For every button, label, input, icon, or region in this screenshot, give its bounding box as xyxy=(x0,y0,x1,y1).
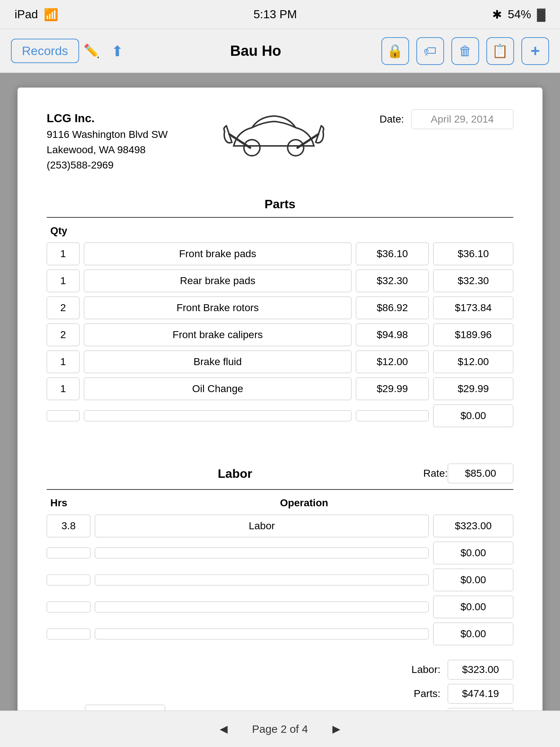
parts-price-1[interactable]: $32.30 xyxy=(356,270,429,292)
car-svg xyxy=(223,109,325,168)
labor-op-2[interactable] xyxy=(95,574,429,585)
tag-button[interactable]: 🏷 xyxy=(416,37,444,65)
parts-desc-0[interactable]: Front brake pads xyxy=(84,243,351,265)
status-time: 5:13 PM xyxy=(253,8,297,21)
parts-desc-3[interactable]: Front brake calipers xyxy=(84,324,351,346)
parts-total-6[interactable]: $0.00 xyxy=(433,405,513,427)
parts-total-1[interactable]: $32.30 xyxy=(433,270,513,292)
parts-price-0[interactable]: $36.10 xyxy=(356,243,429,265)
labor-total-0[interactable]: $323.00 xyxy=(433,515,513,537)
parts-qty-2[interactable]: 2 xyxy=(47,297,79,319)
prev-arrow[interactable]: ◄ xyxy=(217,721,230,737)
parts-total-3[interactable]: $189.96 xyxy=(433,324,513,346)
parts-title: Parts xyxy=(47,191,513,218)
company-name: LCG Inc. xyxy=(47,109,168,127)
labor-hrs-1[interactable] xyxy=(47,547,90,558)
parts-row: 1 Brake fluid $12.00 $12.00 xyxy=(47,351,513,373)
nav-bar: Records ✏️ ⬆ Bau Ho 🔒 🏷 🗑 📋 + xyxy=(0,29,560,73)
lock-button[interactable]: 🔒 xyxy=(381,37,409,65)
parts-row: 1 Front brake pads $36.10 $36.10 xyxy=(47,243,513,265)
parts-desc-2[interactable]: Front Brake rotors xyxy=(84,297,351,319)
labor-row: $0.00 xyxy=(47,569,513,591)
edit-icon: ✏️ xyxy=(83,43,100,59)
date-label: Date: xyxy=(380,113,404,125)
parts-desc-4[interactable]: Brake fluid xyxy=(84,351,351,373)
labor-hrs-4[interactable] xyxy=(47,628,90,639)
parts-qty-1[interactable]: 1 xyxy=(47,270,79,292)
labor-hrs-0[interactable]: 3.8 xyxy=(47,515,90,537)
svg-point-3 xyxy=(244,140,260,156)
company-address2: Lakewood, WA 98498 xyxy=(47,142,168,158)
rate-value[interactable]: $85.00 xyxy=(448,464,513,483)
labor-total-4[interactable]: $0.00 xyxy=(433,623,513,645)
labor-total-2[interactable]: $0.00 xyxy=(433,569,513,591)
labor-total-1[interactable]: $0.00 xyxy=(433,542,513,564)
lock-icon: 🔒 xyxy=(387,43,403,59)
labor-summary-row: Labor: $323.00 xyxy=(397,660,513,680)
copy-button[interactable]: 📋 xyxy=(486,37,514,65)
records-button[interactable]: Records xyxy=(11,39,79,63)
labor-op-4[interactable] xyxy=(95,628,429,639)
parts-qty-3[interactable]: 2 xyxy=(47,324,79,346)
parts-total-2[interactable]: $173.84 xyxy=(433,297,513,319)
parts-price-4[interactable]: $12.00 xyxy=(356,351,429,373)
status-right: ✱ 54% ▓ xyxy=(492,8,545,22)
page-info: Page 2 of 4 xyxy=(252,723,308,735)
nav-left: Records ✏️ ⬆ xyxy=(11,38,130,64)
bottom-bar: ◄ Page 2 of 4 ► xyxy=(0,711,560,747)
next-arrow[interactable]: ► xyxy=(330,721,343,737)
bluetooth-icon: ✱ xyxy=(492,8,502,22)
date-field: Date: April 29, 2014 xyxy=(380,109,513,129)
labor-row: $0.00 xyxy=(47,542,513,564)
labor-row: $0.00 xyxy=(47,623,513,645)
company-address1: 9116 Washington Blvd SW xyxy=(47,127,168,142)
invoice-header: LCG Inc. 9116 Washington Blvd SW Lakewoo… xyxy=(47,109,513,173)
parts-desc-1[interactable]: Rear brake pads xyxy=(84,270,351,292)
parts-total-4[interactable]: $12.00 xyxy=(433,351,513,373)
status-left: iPad 📶 xyxy=(15,8,58,22)
trash-button[interactable]: 🗑 xyxy=(451,37,479,65)
labor-title: Labor xyxy=(47,467,423,481)
labor-total-3[interactable]: $0.00 xyxy=(433,596,513,618)
add-button[interactable]: + xyxy=(521,37,549,65)
parts-summary-label: Parts: xyxy=(397,688,440,700)
parts-total-5[interactable]: $29.99 xyxy=(433,378,513,400)
labor-hrs-2[interactable] xyxy=(47,574,90,585)
nav-title: Bau Ho xyxy=(230,43,281,59)
labor-table: 3.8 Labor $323.00 $0.00 $0.00 $0.00 $0.0… xyxy=(47,515,513,645)
parts-row: 2 Front Brake rotors $86.92 $173.84 xyxy=(47,297,513,319)
parts-qty-0[interactable]: 1 xyxy=(47,243,79,265)
parts-section: Parts Qty 1 Front brake pads $36.10 $36.… xyxy=(47,191,513,427)
labor-row: $0.00 xyxy=(47,596,513,618)
status-bar: iPad 📶 5:13 PM ✱ 54% ▓ xyxy=(0,0,560,29)
parts-row: 1 Oil Change $29.99 $29.99 xyxy=(47,378,513,400)
share-icon: ⬆ xyxy=(111,43,124,59)
parts-price-5[interactable]: $29.99 xyxy=(356,378,429,400)
labor-row: 3.8 Labor $323.00 xyxy=(47,515,513,537)
battery-icon: ▓ xyxy=(537,8,545,21)
labor-op-0[interactable]: Labor xyxy=(95,515,429,537)
parts-price-3[interactable]: $94.98 xyxy=(356,324,429,346)
labor-section: Labor Rate: $85.00 Hrs Operation 3.8 Lab… xyxy=(47,464,513,645)
edit-button[interactable]: ✏️ xyxy=(79,38,105,64)
parts-desc-6[interactable] xyxy=(84,410,351,421)
date-value[interactable]: April 29, 2014 xyxy=(411,109,513,129)
labor-op-1[interactable] xyxy=(95,547,429,558)
op-header: Operation xyxy=(95,497,513,509)
labor-hrs-3[interactable] xyxy=(47,601,90,612)
device-label: iPad xyxy=(15,8,38,21)
parts-price-6[interactable] xyxy=(356,410,429,421)
parts-summary-row: Parts: $474.19 xyxy=(397,684,513,704)
parts-qty-6[interactable] xyxy=(47,410,79,421)
labor-col-headers: Hrs Operation xyxy=(47,497,513,509)
invoice-document: LCG Inc. 9116 Washington Blvd SW Lakewoo… xyxy=(18,88,542,747)
parts-total-0[interactable]: $36.10 xyxy=(433,243,513,265)
share-button[interactable]: ⬆ xyxy=(105,38,130,64)
parts-price-2[interactable]: $86.92 xyxy=(356,297,429,319)
labor-op-3[interactable] xyxy=(95,601,429,612)
parts-summary-value: $474.19 xyxy=(448,684,513,704)
parts-qty-4[interactable]: 1 xyxy=(47,351,79,373)
parts-qty-5[interactable]: 1 xyxy=(47,378,79,400)
parts-row: 1 Rear brake pads $32.30 $32.30 xyxy=(47,270,513,292)
parts-desc-5[interactable]: Oil Change xyxy=(84,378,351,400)
